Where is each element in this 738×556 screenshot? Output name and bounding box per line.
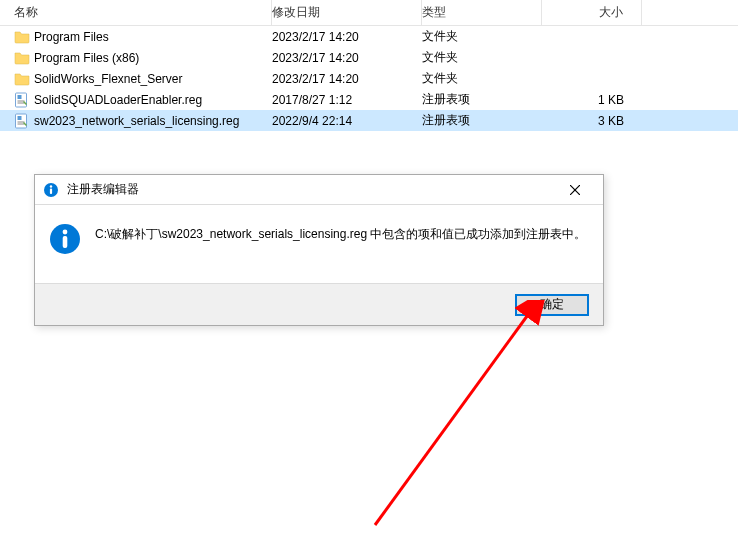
- cell-size: 3 KB: [542, 114, 642, 128]
- file-name: SolidSQUADLoaderEnabler.reg: [34, 93, 202, 107]
- info-icon: [49, 223, 81, 255]
- cell-type: 文件夹: [422, 49, 542, 66]
- annotation-arrow: [350, 300, 570, 530]
- cell-type: 注册表项: [422, 112, 542, 129]
- svg-rect-1: [18, 95, 22, 99]
- regfile-icon: [14, 92, 30, 108]
- column-header-date[interactable]: 修改日期: [272, 0, 422, 25]
- info-icon: [43, 182, 59, 198]
- dialog-title-text: 注册表编辑器: [67, 181, 139, 198]
- cell-name: Program Files: [0, 29, 272, 45]
- cell-date: 2022/9/4 22:14: [272, 114, 422, 128]
- regfile-icon: [14, 113, 30, 129]
- dialog-body: C:\破解补丁\sw2023_network_serials_licensing…: [35, 205, 603, 283]
- cell-date: 2023/2/17 14:20: [272, 30, 422, 44]
- dialog-titlebar: 注册表编辑器: [35, 175, 603, 205]
- dialog-message: C:\破解补丁\sw2023_network_serials_licensing…: [95, 223, 587, 263]
- column-header-size[interactable]: 大小: [542, 0, 642, 25]
- cell-name: SolidSQUADLoaderEnabler.reg: [0, 92, 272, 108]
- file-name: Program Files (x86): [34, 51, 139, 65]
- folder-icon: [14, 71, 30, 87]
- svg-rect-5: [18, 116, 22, 120]
- svg-line-16: [375, 312, 530, 525]
- cell-date: 2017/8/27 1:12: [272, 93, 422, 107]
- table-row[interactable]: SolidWorks_Flexnet_Server2023/2/17 14:20…: [0, 68, 738, 89]
- column-header-row: 名称 修改日期 类型 大小: [0, 0, 738, 26]
- column-header-name[interactable]: 名称: [0, 0, 272, 25]
- cell-type: 文件夹: [422, 70, 542, 87]
- file-name: SolidWorks_Flexnet_Server: [34, 72, 183, 86]
- close-icon: [570, 185, 580, 195]
- ok-button[interactable]: 确定: [515, 294, 589, 316]
- column-header-type[interactable]: 类型: [422, 0, 542, 25]
- folder-icon: [14, 50, 30, 66]
- cell-name: Program Files (x86): [0, 50, 272, 66]
- table-row[interactable]: sw2023_network_serials_licensing.reg2022…: [0, 110, 738, 131]
- svg-point-9: [50, 185, 52, 187]
- svg-rect-15: [63, 236, 68, 248]
- registry-editor-dialog: 注册表编辑器 C:\破解补丁\sw2023_network_serials_li…: [34, 174, 604, 326]
- file-list: 名称 修改日期 类型 大小 Program Files2023/2/17 14:…: [0, 0, 738, 131]
- file-name: Program Files: [34, 30, 109, 44]
- svg-point-14: [63, 230, 68, 235]
- table-row[interactable]: Program Files (x86)2023/2/17 14:20文件夹: [0, 47, 738, 68]
- cell-type: 注册表项: [422, 91, 542, 108]
- file-name: sw2023_network_serials_licensing.reg: [34, 114, 239, 128]
- cell-name: SolidWorks_Flexnet_Server: [0, 71, 272, 87]
- folder-icon: [14, 29, 30, 45]
- close-button[interactable]: [555, 178, 595, 202]
- cell-name: sw2023_network_serials_licensing.reg: [0, 113, 272, 129]
- table-row[interactable]: Program Files2023/2/17 14:20文件夹: [0, 26, 738, 47]
- cell-date: 2023/2/17 14:20: [272, 51, 422, 65]
- table-row[interactable]: SolidSQUADLoaderEnabler.reg2017/8/27 1:1…: [0, 89, 738, 110]
- dialog-footer: 确定: [35, 283, 603, 325]
- cell-date: 2023/2/17 14:20: [272, 72, 422, 86]
- cell-type: 文件夹: [422, 28, 542, 45]
- cell-size: 1 KB: [542, 93, 642, 107]
- svg-rect-10: [50, 188, 52, 194]
